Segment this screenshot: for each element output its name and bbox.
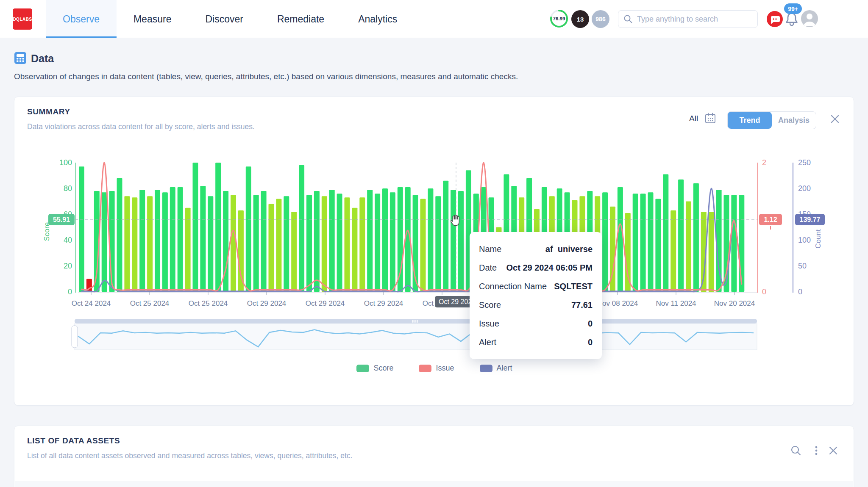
score-bar[interactable] <box>625 213 631 292</box>
tooltip-row: Issue0 <box>479 314 593 333</box>
score-bar[interactable] <box>382 188 388 292</box>
score-bar[interactable] <box>102 192 107 292</box>
score-bar[interactable] <box>208 196 213 292</box>
score-bar[interactable] <box>162 192 168 292</box>
score-bar[interactable] <box>375 194 380 292</box>
column-header-issues[interactable]: ISSUES <box>775 485 800 487</box>
score-bar[interactable] <box>269 204 274 292</box>
score-bar[interactable] <box>443 181 448 292</box>
global-search[interactable] <box>618 10 758 28</box>
score-bar[interactable] <box>390 192 395 292</box>
alerts-count-badge[interactable]: 13 <box>571 10 589 28</box>
page-description: Observation of changes in data content (… <box>14 72 518 81</box>
score-bar[interactable] <box>640 194 646 292</box>
legend-item-issue[interactable]: Issue <box>419 364 454 373</box>
score-bar[interactable] <box>709 212 714 292</box>
score-bar[interactable] <box>314 191 320 292</box>
navigator-area[interactable] <box>75 324 757 350</box>
navigator-handle[interactable] <box>72 326 78 348</box>
navigator-grip[interactable] <box>417 320 418 323</box>
score-tick: 20 <box>64 262 72 270</box>
score-bar[interactable] <box>618 187 623 292</box>
score-bar[interactable] <box>238 210 244 292</box>
tab-remediate[interactable]: Remediate <box>260 0 341 38</box>
tab-observe[interactable]: Observe <box>46 0 117 38</box>
score-bar[interactable] <box>117 178 122 292</box>
score-bar[interactable] <box>398 187 403 292</box>
column-header-last run[interactable]: LAST RUN <box>281 485 316 487</box>
score-bar[interactable] <box>139 190 145 292</box>
column-header-rows[interactable]: ROWS <box>545 485 566 487</box>
score-bar[interactable] <box>147 196 153 292</box>
tab-analytics[interactable]: Analytics <box>341 0 414 38</box>
score-bar[interactable] <box>200 186 206 292</box>
column-header-score[interactable]: SCORE <box>197 485 221 487</box>
score-bar[interactable] <box>155 190 160 292</box>
checks-count-badge[interactable]: 986 <box>592 10 609 28</box>
score-bar[interactable] <box>686 202 691 292</box>
score-bar[interactable] <box>215 163 221 292</box>
kebab-menu-icon[interactable] <box>810 445 822 457</box>
assets-close-icon[interactable] <box>827 445 839 457</box>
score-bar[interactable] <box>731 195 737 292</box>
assets-search-icon[interactable] <box>790 445 802 457</box>
x-axis-label: Nov 08 2024 <box>597 299 638 307</box>
overall-score-ring[interactable]: 76.99 <box>549 9 569 28</box>
navigator-grip[interactable] <box>412 320 414 323</box>
score-bar[interactable] <box>655 199 661 292</box>
score-bar[interactable] <box>359 197 365 292</box>
score-bar[interactable] <box>329 190 335 292</box>
score-bar[interactable] <box>367 190 373 292</box>
score-bar[interactable] <box>337 194 342 292</box>
score-bar[interactable] <box>231 195 236 292</box>
tab-measure[interactable]: Measure <box>117 0 188 38</box>
score-bar[interactable] <box>435 196 441 292</box>
navigator-rail[interactable] <box>75 319 757 324</box>
score-bar[interactable] <box>633 194 638 292</box>
score-bar[interactable] <box>678 180 684 292</box>
score-bar[interactable] <box>663 174 668 292</box>
score-bar[interactable] <box>693 183 699 292</box>
score-bar[interactable] <box>246 166 251 292</box>
score-bar[interactable] <box>276 199 281 292</box>
user-avatar[interactable] <box>801 10 818 27</box>
score-bar[interactable] <box>178 187 183 292</box>
column-header-alerts[interactable]: ALERTS <box>656 485 683 487</box>
score-bar[interactable] <box>185 208 191 292</box>
score-bar[interactable] <box>602 192 608 292</box>
score-bar[interactable] <box>306 195 312 292</box>
score-bar[interactable] <box>648 192 654 292</box>
score-bar[interactable] <box>428 188 433 292</box>
summary-chart[interactable]: 100806040200ScoreOct 24 2024Oct 25 2024O… <box>14 97 854 406</box>
score-bar[interactable] <box>670 210 676 292</box>
search-input[interactable] <box>637 15 752 24</box>
score-bar[interactable] <box>132 197 137 292</box>
score-bar[interactable] <box>451 190 456 292</box>
legend-item-score[interactable]: Score <box>356 364 393 373</box>
score-bar[interactable] <box>458 191 464 292</box>
score-bar[interactable] <box>284 196 289 292</box>
score-bar[interactable] <box>322 196 327 292</box>
score-bar[interactable] <box>261 191 267 292</box>
notification-count-badge[interactable]: 99+ <box>784 3 802 14</box>
score-bar[interactable] <box>193 163 198 292</box>
dqlabs-logo[interactable]: DQLABS <box>13 8 32 30</box>
score-bar[interactable] <box>352 208 357 292</box>
tab-discover[interactable]: Discover <box>188 0 260 38</box>
score-bar[interactable] <box>253 195 259 292</box>
score-bar[interactable] <box>291 212 297 292</box>
score-bar[interactable] <box>170 187 175 292</box>
score-bar[interactable] <box>739 195 744 292</box>
score-bar[interactable] <box>299 165 304 292</box>
legend-item-alert[interactable]: Alert <box>480 364 512 373</box>
score-bar[interactable] <box>345 197 350 292</box>
navigator-grip[interactable] <box>415 320 416 323</box>
score-bar[interactable] <box>124 196 130 292</box>
score-bar[interactable] <box>724 195 729 292</box>
score-bar[interactable] <box>420 199 426 292</box>
x-axis-label: Oct 24 2024 <box>72 299 111 307</box>
score-bar[interactable] <box>79 166 84 292</box>
assistant-chat-icon[interactable] <box>766 11 783 28</box>
score-bar[interactable] <box>109 191 115 292</box>
column-header-asset[interactable]: ASSET <box>43 485 66 487</box>
